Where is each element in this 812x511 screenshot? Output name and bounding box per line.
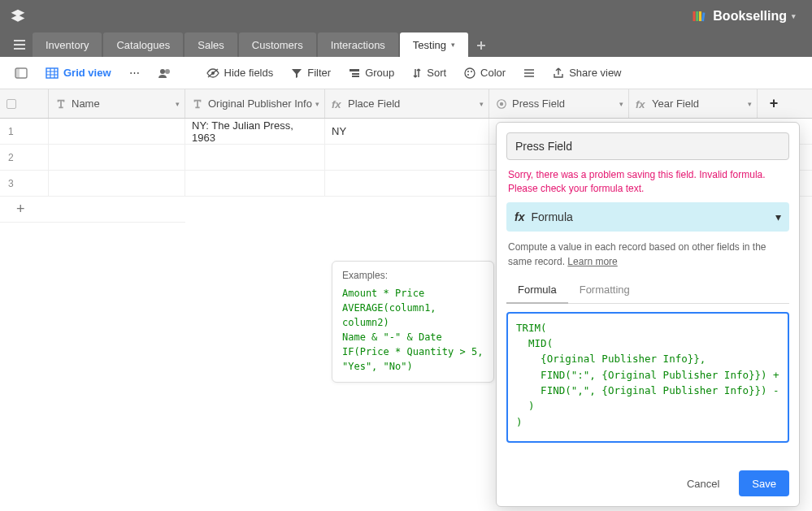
view-options-button[interactable]: ⋯ bbox=[123, 63, 146, 82]
view-toolbar: Grid view ⋯ Hide fields Filter Group Sor… bbox=[0, 57, 812, 89]
collaborators-button[interactable] bbox=[151, 64, 179, 82]
svg-rect-10 bbox=[350, 69, 359, 71]
row-height-icon bbox=[523, 68, 535, 78]
subtab-formatting[interactable]: Formatting bbox=[568, 277, 641, 303]
cell-place-field[interactable] bbox=[325, 145, 489, 170]
column-header-year-field[interactable]: fx Year Field▾ bbox=[629, 89, 758, 118]
svg-rect-1 bbox=[697, 11, 699, 21]
chevron-down-icon: ▾ bbox=[480, 100, 484, 108]
row-height-button[interactable] bbox=[517, 65, 541, 81]
row-number[interactable]: 3 bbox=[0, 171, 49, 196]
svg-rect-5 bbox=[15, 68, 20, 78]
grid-column-header: Name▾ Original Publisher Info▾ fx Place … bbox=[0, 89, 812, 119]
learn-more-link[interactable]: Learn more bbox=[567, 256, 617, 267]
svg-point-8 bbox=[165, 69, 170, 74]
svg-point-18 bbox=[500, 102, 503, 105]
table-tabs-bar: Inventory Catalogues Sales Customers Int… bbox=[0, 32, 812, 57]
chevron-down-icon: ▾ bbox=[315, 100, 319, 108]
config-subtabs: Formula Formatting bbox=[506, 277, 789, 304]
hide-fields-button[interactable]: Hide fields bbox=[200, 63, 280, 82]
field-name-input[interactable] bbox=[506, 132, 789, 160]
eye-off-icon bbox=[206, 68, 219, 78]
chevron-down-icon: ▾ bbox=[748, 100, 752, 108]
chevron-down-icon: ▾ bbox=[792, 12, 796, 20]
tab-catalogues[interactable]: Catalogues bbox=[103, 32, 183, 57]
svg-rect-11 bbox=[352, 73, 359, 75]
svg-rect-6 bbox=[46, 68, 58, 78]
cell-original-publisher[interactable]: NY: The Julian Press, 1963 bbox=[185, 119, 325, 144]
hamburger-menu-button[interactable] bbox=[7, 32, 33, 57]
cell-place-field[interactable]: NY bbox=[325, 119, 489, 144]
formula-examples-tooltip: Examples: Amount * Price AVERAGE(column1… bbox=[332, 261, 494, 383]
filter-icon bbox=[291, 68, 302, 78]
svg-rect-3 bbox=[701, 12, 705, 21]
save-button[interactable]: Save bbox=[739, 470, 789, 496]
dialog-actions: Cancel Save bbox=[506, 470, 789, 496]
column-header-name[interactable]: Name▾ bbox=[49, 89, 185, 118]
row-number[interactable]: 2 bbox=[0, 145, 49, 170]
sidebar-icon bbox=[15, 67, 28, 79]
svg-point-13 bbox=[465, 68, 475, 78]
tab-interactions[interactable]: Interactions bbox=[318, 32, 398, 57]
formula-type-icon: fx bbox=[332, 98, 343, 110]
cell-name[interactable] bbox=[49, 171, 185, 196]
svg-rect-2 bbox=[699, 11, 701, 21]
error-message: Sorry, there was a problem saving this f… bbox=[508, 168, 788, 196]
sort-button[interactable]: Sort bbox=[406, 63, 453, 82]
group-button[interactable]: Group bbox=[342, 63, 401, 82]
tab-sales[interactable]: Sales bbox=[185, 32, 237, 57]
select-all-checkbox[interactable] bbox=[0, 89, 49, 118]
examples-code: Amount * Price AVERAGE(column1, column2)… bbox=[342, 286, 484, 374]
cell-original-publisher[interactable] bbox=[185, 171, 325, 196]
chevron-down-icon: ▾ bbox=[176, 100, 180, 108]
column-header-press-field[interactable]: Press Field▾ bbox=[489, 89, 629, 118]
tab-inventory[interactable]: Inventory bbox=[33, 32, 102, 57]
share-view-button[interactable]: Share view bbox=[546, 63, 627, 82]
color-button[interactable]: Color bbox=[458, 63, 512, 82]
cell-name[interactable] bbox=[49, 145, 185, 170]
filter-button[interactable]: Filter bbox=[284, 63, 337, 82]
text-type-icon bbox=[55, 98, 67, 110]
plus-icon bbox=[476, 41, 486, 50]
helper-text: Compute a value in each record based on … bbox=[508, 240, 788, 269]
cancel-button[interactable]: Cancel bbox=[674, 470, 732, 496]
tab-testing[interactable]: Testing▾ bbox=[400, 32, 468, 57]
column-header-place-field[interactable]: fx Place Field▾ bbox=[325, 89, 489, 118]
share-icon bbox=[553, 67, 564, 79]
add-table-button[interactable] bbox=[470, 34, 493, 57]
formula-type-icon: fx bbox=[515, 210, 524, 223]
svg-point-14 bbox=[467, 71, 469, 72]
formula-type-icon: fx bbox=[636, 98, 647, 110]
add-field-button[interactable]: + bbox=[758, 89, 790, 118]
add-row-button[interactable]: + bbox=[0, 197, 185, 223]
tab-customers[interactable]: Customers bbox=[239, 32, 316, 57]
row-number[interactable]: 1 bbox=[0, 119, 49, 144]
chevron-down-icon: ▾ bbox=[775, 210, 781, 223]
hamburger-icon bbox=[13, 39, 26, 50]
view-name: Grid view bbox=[63, 67, 111, 79]
chevron-down-icon: ▾ bbox=[619, 100, 623, 108]
app-top-bar: Bookselling ▾ bbox=[0, 0, 812, 32]
books-icon bbox=[692, 9, 706, 24]
field-type-selector[interactable]: fx Formula ▾ bbox=[506, 202, 789, 232]
svg-point-7 bbox=[160, 69, 165, 74]
lookup-type-icon bbox=[496, 98, 507, 110]
chevron-down-icon: ▾ bbox=[451, 41, 455, 49]
column-header-original-publisher[interactable]: Original Publisher Info▾ bbox=[185, 89, 325, 118]
cell-place-field[interactable] bbox=[325, 171, 489, 196]
toggle-sidebar-button[interactable] bbox=[8, 64, 34, 82]
group-icon bbox=[349, 68, 360, 78]
subtab-formula[interactable]: Formula bbox=[506, 277, 568, 304]
svg-point-15 bbox=[471, 71, 472, 72]
base-name: Bookselling bbox=[713, 9, 787, 24]
svg-rect-0 bbox=[693, 11, 696, 21]
paint-icon bbox=[464, 67, 475, 79]
field-config-popover: Sorry, there was a problem saving this f… bbox=[496, 122, 800, 507]
cell-original-publisher[interactable] bbox=[185, 145, 325, 170]
formula-code[interactable]: TRIM( MID( {Original Publisher Info}}, F… bbox=[516, 320, 779, 437]
cell-name[interactable] bbox=[49, 119, 185, 144]
svg-rect-12 bbox=[352, 76, 359, 77]
view-selector[interactable]: Grid view bbox=[39, 63, 118, 82]
formula-editor[interactable]: TRIM( MID( {Original Publisher Info}}, F… bbox=[506, 312, 789, 444]
base-selector[interactable]: Bookselling ▾ bbox=[685, 6, 802, 27]
